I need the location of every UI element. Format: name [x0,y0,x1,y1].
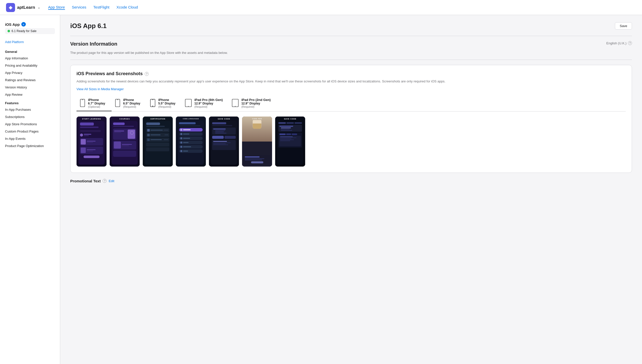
version-info-title: Version Information [70,41,117,47]
sidebar-add-icon[interactable]: + [21,22,26,27]
language-help-icon[interactable]: ? [628,41,632,45]
logo-chevron-icon: ⌄ [38,6,40,9]
iphone-65-icon [115,99,121,107]
version-info-description: The product page for this app version wi… [70,51,632,55]
version-info-section: Version Information English (U.K.) ? The… [70,41,632,55]
screenshot-1: START LEARNING [76,116,107,167]
screenshot-6-label: CODE PEN [242,118,272,119]
screenshot-6: CODE PEN [242,116,272,167]
screenshot-7: SAVE CODE [275,116,305,167]
nav-link-services[interactable]: Services [72,5,87,10]
sidebar-item-custom-product-pages[interactable]: Custom Product Pages [0,128,60,135]
sidebar-app-title-text: iOS App [5,22,20,27]
screenshots-help-icon[interactable]: ? [145,72,149,76]
nav-link-appstore[interactable]: App Store [48,5,65,10]
device-tab-iphone-65-text: iPhone 6.5" Display (Required) [123,98,140,108]
sidebar-item-app-review[interactable]: App Review [0,91,60,98]
sidebar-item-version-history[interactable]: Version History [0,84,60,91]
sidebar: iOS App + 6.1 Ready for Sale Add Platfor… [0,15,60,364]
ipad-2nd-icon [232,99,239,107]
view-all-link[interactable]: View All Sizes in Media Manager [76,87,124,91]
sidebar-item-app-privacy[interactable]: App Privacy [0,69,60,76]
device-tab-ipad-6th-text: iPad Pro (6th Gen) 12.9" Display (Requir… [194,98,223,108]
sidebar-item-pricing[interactable]: Pricing and Availability [0,62,60,69]
sidebar-status-text: 6.1 Ready for Sale [12,29,36,33]
device-tab-ipad-2nd[interactable]: iPad Pro (2nd Gen) 12.9" Display (Requir… [229,95,277,111]
svg-rect-9 [232,99,238,107]
sidebar-section-features: Features [0,98,60,106]
section-divider-1 [70,36,632,36]
device-tab-iphone-65[interactable]: iPhone 6.5" Display (Required) [112,95,147,111]
status-dot-icon [8,30,10,32]
nav-links: App Store Services TestFlight Xcode Clou… [48,5,138,10]
screenshot-2: COURSES [110,116,140,167]
language-selector[interactable]: English (U.K.) ? [606,41,632,45]
main-content: iOS App 6.1 Save Version Information Eng… [60,15,642,364]
sidebar-app-header: iOS App + 6.1 Ready for Sale [0,20,60,38]
sidebar-item-iap[interactable]: In-App Purchases [0,106,60,113]
screenshot-5: SAVE CODE [209,116,239,167]
svg-rect-5 [152,100,153,100]
sidebar-add-platform[interactable]: Add Platform [0,38,60,47]
sidebar-item-subscriptions[interactable]: Subscriptions [0,113,60,120]
screenshots-header: iOS Previews and Screenshots ? [76,71,626,76]
app-logo[interactable]: ◈ aptLearn ⌄ [6,3,40,12]
svg-point-8 [188,106,189,106]
ipad-6th-icon [185,99,192,107]
nav-link-testflight[interactable]: TestFlight [93,5,109,10]
device-tab-iphone-55[interactable]: iPhone 5.5" Display (Required) [147,95,182,111]
promo-edit-link[interactable]: Edit [109,179,114,183]
svg-point-6 [152,106,153,106]
page-header: iOS App 6.1 Save [70,22,632,30]
promo-section: Promotional Text ? Edit [70,179,632,183]
sidebar-item-in-app-events[interactable]: In-App Events [0,135,60,142]
screenshot-previews: START LEARNING [76,116,626,167]
svg-rect-0 [80,99,85,107]
version-info-header: Version Information English (U.K.) ? [70,41,632,49]
screenshot-3: CERTIFICATION [143,116,173,167]
svg-rect-7 [185,99,192,107]
screenshots-description: Adding screenshots for the newest device… [76,79,626,84]
screenshot-4: CODE LANGUAGES [176,116,206,167]
language-text: English (U.K.) [606,41,626,45]
device-tabs: iPhone 6.7" Display (Optional) iPhon [76,95,626,111]
page-title: iOS App 6.1 [70,22,107,30]
promo-help-icon[interactable]: ? [103,179,107,183]
svg-rect-2 [115,99,120,107]
svg-point-10 [235,106,236,106]
promo-label: Promotional Text [70,179,101,183]
app-layout: iOS App + 6.1 Ready for Sale Add Platfor… [0,15,642,364]
svg-rect-1 [82,100,83,100]
sidebar-status: 6.1 Ready for Sale [5,28,55,34]
sidebar-item-appstore-promotions[interactable]: App Store Promotions [0,120,60,128]
screenshots-title: iOS Previews and Screenshots [76,71,143,76]
svg-rect-3 [117,100,118,100]
iphone-55-icon [150,99,156,107]
screenshot-4-label: CODE LANGUAGES [176,118,206,119]
device-tab-ipad-6th[interactable]: iPad Pro (6th Gen) 12.9" Display (Requir… [182,95,229,111]
screenshot-2-label: COURSES [110,118,140,120]
iphone-67-icon [79,99,86,107]
screenshot-5-label: SAVE CODE [209,118,239,120]
logo-icon: ◈ [6,3,15,12]
sidebar-item-app-information[interactable]: App Information [0,55,60,62]
screenshots-section: iOS Previews and Screenshots ? Adding sc… [70,65,632,173]
top-navigation: ◈ aptLearn ⌄ App Store Services TestFlig… [0,0,642,15]
device-tab-iphone-67-text: iPhone 6.7" Display (Optional) [88,98,105,108]
sidebar-section-general: General [0,47,60,55]
screenshot-1-label: START LEARNING [76,118,107,120]
save-button[interactable]: Save [615,22,632,30]
section-divider-2 [70,60,632,60]
screenshot-3-label: CERTIFICATION [143,118,173,120]
device-tab-iphone-67[interactable]: iPhone 6.7" Display (Optional) [76,95,112,111]
nav-link-xcode[interactable]: Xcode Cloud [116,5,138,10]
device-tab-ipad-2nd-text: iPad Pro (2nd Gen) 12.9" Display (Requir… [241,98,271,108]
sidebar-app-title: iOS App + [5,22,55,27]
sidebar-item-ratings[interactable]: Ratings and Reviews [0,76,60,84]
logo-text: aptLearn [17,5,35,10]
sidebar-item-product-page-opt[interactable]: Product Page Optimization [0,142,60,150]
device-tab-iphone-55-text: iPhone 5.5" Display (Required) [158,98,175,108]
screenshot-7-label: SAVE CODE [275,118,305,120]
